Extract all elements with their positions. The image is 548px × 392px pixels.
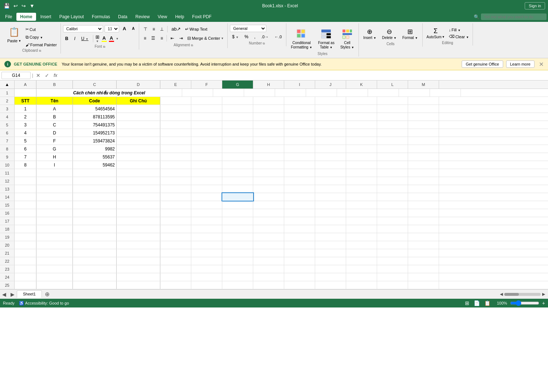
cell-D5[interactable] (117, 121, 160, 129)
cell-A24[interactable] (15, 273, 36, 281)
cell-L9[interactable] (377, 153, 408, 161)
cell-H12[interactable] (253, 177, 284, 185)
cell-B20[interactable] (36, 241, 73, 249)
cell-styles-button[interactable]: CellStyles ▼ (338, 26, 356, 51)
bold-button[interactable]: B (63, 35, 71, 42)
cell-D2[interactable]: Ghi Chú (117, 97, 160, 105)
cell-M22[interactable] (408, 257, 439, 265)
cell-H8[interactable] (253, 145, 284, 153)
cell-H23[interactable] (253, 265, 284, 273)
increase-indent-button[interactable]: ⇥ (177, 34, 185, 42)
cell-F25[interactable] (191, 281, 222, 289)
cell-J21[interactable] (315, 249, 346, 257)
cell-E14[interactable] (160, 193, 191, 201)
cell-D14[interactable] (117, 193, 160, 201)
cell-A17[interactable] (15, 217, 36, 225)
cell-M7[interactable] (408, 137, 439, 145)
formula-confirm-button[interactable]: ✓ (43, 72, 51, 79)
cell-E4[interactable] (160, 113, 191, 121)
cell-L16[interactable] (377, 209, 408, 217)
quick-access-dropdown[interactable]: ▼ (29, 2, 35, 9)
cell-F12[interactable] (191, 177, 222, 185)
cell-I21[interactable] (284, 249, 315, 257)
cell-H20[interactable] (253, 241, 284, 249)
format-cells-button[interactable]: ⊞ Format ▼ (400, 26, 420, 41)
cell-H3[interactable] (253, 105, 284, 113)
font-color-dropdown[interactable]: ▼ (116, 37, 119, 40)
cell-K8[interactable] (346, 145, 377, 153)
cell-J14[interactable] (315, 193, 346, 201)
menu-page-layout[interactable]: Page Layout (56, 13, 87, 21)
decrease-font-size-button[interactable]: A (130, 26, 137, 32)
cell-I10[interactable] (284, 161, 315, 169)
cell-I1[interactable] (306, 89, 337, 97)
row-num-16[interactable]: 16 (0, 209, 15, 217)
cell-F19[interactable] (191, 233, 222, 241)
col-header-L[interactable]: L (377, 81, 408, 89)
cell-H2[interactable] (253, 97, 284, 105)
cell-B25[interactable] (36, 281, 73, 289)
cell-D4[interactable] (117, 113, 160, 121)
cell-M11[interactable] (408, 169, 439, 177)
cell-F1[interactable] (213, 89, 244, 97)
menu-view[interactable]: View (154, 13, 171, 21)
cell-C2[interactable]: Code (73, 97, 117, 105)
cell-C17[interactable] (73, 217, 117, 225)
cell-L3[interactable] (377, 105, 408, 113)
cell-I3[interactable] (284, 105, 315, 113)
cell-M5[interactable] (408, 121, 439, 129)
cell-D13[interactable] (117, 185, 160, 193)
row-num-12[interactable]: 12 (0, 177, 15, 185)
cell-D20[interactable] (117, 241, 160, 249)
cell-K4[interactable] (346, 113, 377, 121)
cell-K10[interactable] (346, 161, 377, 169)
cell-J4[interactable] (315, 113, 346, 121)
cell-J18[interactable] (315, 225, 346, 233)
cell-M14[interactable] (408, 193, 439, 201)
cell-L5[interactable] (377, 121, 408, 129)
align-middle-button[interactable]: ≡ (150, 25, 157, 33)
cell-M1[interactable] (430, 89, 461, 97)
cell-J20[interactable] (315, 241, 346, 249)
cell-G5[interactable] (222, 121, 253, 129)
cell-F23[interactable] (191, 265, 222, 273)
increase-decimal-button[interactable]: .0→ (259, 34, 271, 40)
cell-M4[interactable] (408, 113, 439, 121)
cell-M18[interactable] (408, 225, 439, 233)
cell-A19[interactable] (15, 233, 36, 241)
cell-H10[interactable] (253, 161, 284, 169)
cell-D15[interactable] (117, 201, 160, 209)
cell-M9[interactable] (408, 153, 439, 161)
cell-E12[interactable] (160, 177, 191, 185)
select-all-button[interactable]: ▲ (0, 81, 14, 89)
cell-L4[interactable] (377, 113, 408, 121)
cell-G7[interactable] (222, 137, 253, 145)
cell-A21[interactable] (15, 249, 36, 257)
cell-B8[interactable]: G (36, 145, 73, 153)
cell-M17[interactable] (408, 217, 439, 225)
cell-A7[interactable]: 5 (15, 137, 36, 145)
cell-M24[interactable] (408, 273, 439, 281)
cell-G6[interactable] (222, 129, 253, 137)
redo-button[interactable]: ↪ (21, 2, 27, 9)
sheet-tab-sheet1[interactable]: Sheet1 (17, 290, 42, 298)
cell-M12[interactable] (408, 177, 439, 185)
cell-E25[interactable] (160, 281, 191, 289)
font-name-select[interactable]: Calibri (63, 25, 103, 32)
cell-K20[interactable] (346, 241, 377, 249)
format-painter-button[interactable]: 🖌 Format Painter (24, 42, 58, 48)
cell-H4[interactable] (253, 113, 284, 121)
cell-G1[interactable] (244, 89, 275, 97)
cell-C13[interactable] (73, 185, 117, 193)
sign-in-button[interactable]: Sign in (525, 2, 545, 9)
row-num-20[interactable]: 20 (0, 241, 15, 249)
cell-K9[interactable] (346, 153, 377, 161)
get-genuine-office-button[interactable]: Get genuine Office (462, 60, 503, 68)
cell-E5[interactable] (160, 121, 191, 129)
font-color-button[interactable]: A (109, 35, 114, 42)
cell-E19[interactable] (160, 233, 191, 241)
delete-cells-button[interactable]: ⊖ Delete ▼ (380, 26, 399, 41)
cell-I2[interactable] (284, 97, 315, 105)
cell-D25[interactable] (117, 281, 160, 289)
cell-F3[interactable] (191, 105, 222, 113)
